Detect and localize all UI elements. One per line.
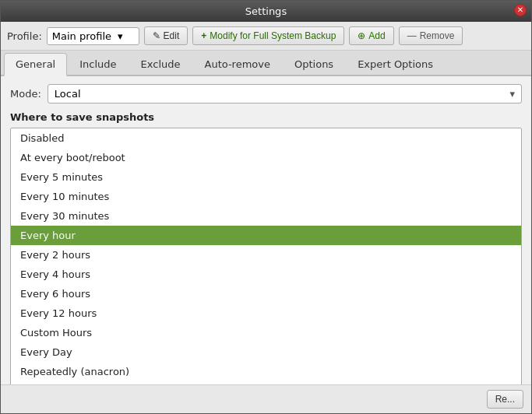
schedule-dropdown: DisabledAt every boot/rebootEvery 5 minu…	[10, 128, 522, 384]
tab-exclude[interactable]: Exclude	[129, 53, 192, 75]
remove-icon: —	[407, 30, 417, 41]
remove-label: Remove	[420, 30, 455, 41]
tab-options[interactable]: Options	[283, 53, 345, 75]
list-item[interactable]: Every hour	[11, 226, 521, 245]
list-item[interactable]: Disabled	[11, 128, 521, 148]
list-item[interactable]: Custom Hours	[11, 323, 521, 342]
list-item[interactable]: Every Day	[11, 342, 521, 362]
schedule-list: DisabledAt every boot/rebootEvery 5 minu…	[11, 128, 521, 384]
list-item[interactable]: Every 10 minutes	[11, 187, 521, 206]
window-title: Settings	[245, 5, 287, 17]
mode-label: Mode:	[10, 88, 41, 100]
list-item[interactable]: Repeatedly (anacron)	[11, 362, 521, 381]
add-icon: ⊕	[358, 30, 365, 41]
mode-value: Local	[55, 88, 81, 100]
mode-row: Mode: Local	[10, 84, 522, 104]
modify-button[interactable]: + Modify for Full System Backup	[192, 26, 344, 45]
list-item[interactable]: Every 12 hours	[11, 303, 521, 323]
tab-general[interactable]: General	[4, 53, 67, 76]
edit-label: Edit	[164, 30, 180, 41]
mode-select[interactable]: Local	[48, 84, 522, 104]
snapshots-label: Where to save snapshots	[10, 111, 522, 123]
pencil-icon: ✎	[153, 30, 160, 41]
list-item[interactable]: When drive get connected (udev)	[11, 381, 521, 384]
toolbar: Profile: Main profile ✎ Edit + Modify fo…	[1, 22, 531, 51]
edit-button[interactable]: ✎ Edit	[144, 26, 188, 45]
title-bar: Settings ✕	[1, 1, 531, 22]
list-item[interactable]: Every 2 hours	[11, 245, 521, 265]
profile-dropdown[interactable]: Main profile	[47, 27, 139, 45]
modify-label: Modify for Full System Backup	[210, 30, 336, 41]
restore-button[interactable]: Re...	[487, 390, 523, 409]
tab-auto-remove[interactable]: Auto-remove	[193, 53, 282, 75]
close-button[interactable]: ✕	[514, 4, 527, 16]
tab-bar: General Include Exclude Auto-remove Opti…	[1, 51, 531, 76]
list-item[interactable]: Every 4 hours	[11, 265, 521, 284]
add-label: Add	[368, 30, 385, 41]
list-item[interactable]: Every 6 hours	[11, 284, 521, 303]
plus-icon: +	[201, 30, 206, 41]
profile-value: Main profile	[52, 30, 111, 42]
content-area: Mode: Local Where to save snapshots Disa…	[1, 76, 531, 384]
list-item[interactable]: Every 5 minutes	[11, 167, 521, 187]
add-button[interactable]: ⊕ Add	[349, 26, 393, 45]
settings-window: Settings ✕ Profile: Main profile ✎ Edit …	[0, 0, 532, 414]
tab-include[interactable]: Include	[68, 53, 128, 75]
profile-label: Profile:	[7, 30, 42, 42]
tab-expert-options[interactable]: Expert Options	[346, 53, 445, 75]
list-item[interactable]: At every boot/reboot	[11, 148, 521, 167]
bottom-bar: Re...	[1, 384, 531, 413]
remove-button[interactable]: — Remove	[399, 26, 463, 45]
list-item[interactable]: Every 30 minutes	[11, 206, 521, 226]
